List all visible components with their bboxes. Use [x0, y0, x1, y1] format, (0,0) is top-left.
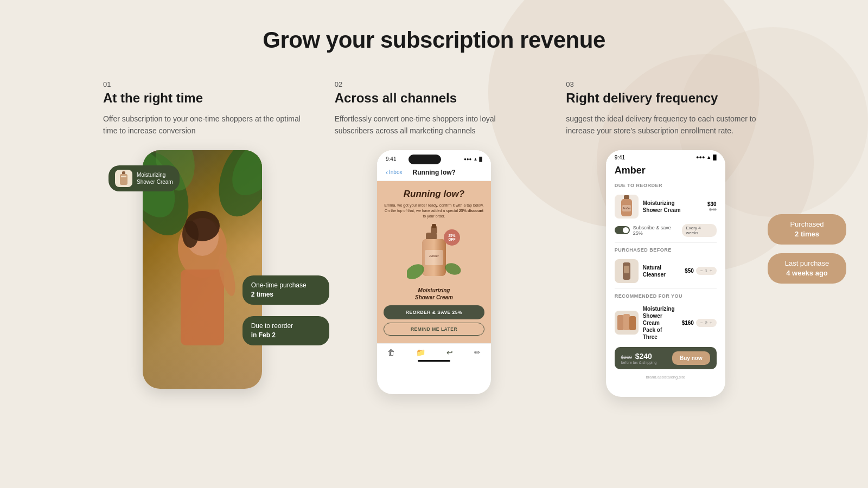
badge-product-line2: Shower Cream	[137, 178, 173, 185]
col3-desc: suggest the ideal delivery frequency to …	[566, 113, 765, 137]
product2-name: Natural Cleanser	[643, 264, 681, 278]
svg-rect-31	[629, 316, 636, 330]
svg-rect-29	[617, 315, 624, 330]
footer-note: before tax & shipping	[621, 361, 657, 364]
svg-rect-17	[425, 250, 443, 265]
svg-point-22	[443, 261, 461, 277]
subscribe-toggle[interactable]	[615, 226, 630, 234]
frequency-badge[interactable]: Every 4 weeks	[682, 224, 717, 237]
product-row-1: Amber MoisturizingShower Cream $30 $46	[606, 191, 725, 222]
phone1-wrapper: Moisturizing Shower Cream One-time purch…	[103, 150, 302, 389]
app-footer: $260 $240 before tax & shipping Buy now	[615, 347, 717, 369]
col2-desc: Effortlessly convert one-time shoppers i…	[335, 113, 534, 137]
col1-desc: Offer subscription to your one-time shop…	[103, 113, 302, 137]
column-2: 02 Across all channels Effortlessly conv…	[335, 80, 534, 394]
app-url: brand.assistalong.site	[606, 373, 725, 382]
product1-img: Amber	[615, 195, 639, 219]
tab-compose[interactable]: ✏	[474, 348, 481, 357]
product1-name: MoisturizingShower Cream	[643, 200, 703, 214]
email-time: 9:41	[386, 156, 396, 162]
email-nav-title: Running low?	[413, 169, 456, 176]
email-heading: Running low?	[384, 189, 484, 200]
svg-rect-23	[624, 195, 629, 200]
product3-img	[615, 311, 639, 335]
tab-trash[interactable]: 🗑	[387, 348, 395, 357]
svg-point-9	[182, 221, 199, 248]
phone3-wrapper: 9:41 ●●● ▲ █ Amber DUE TO REORDER	[566, 150, 765, 397]
phone1-badge-product: Moisturizing Shower Cream	[108, 165, 180, 191]
section-recommended: RECOMMENDED FOR YOU	[606, 291, 725, 302]
product3-name: MoisturizingShower CreamPack of Three	[643, 305, 678, 341]
section-reorder: DUE TO REORDER	[606, 181, 725, 191]
page-title: Grow your subscription revenue	[103, 27, 765, 53]
svg-rect-14	[426, 233, 437, 240]
badge-purchased: Purchased 2 times	[768, 214, 846, 245]
column-1: 01 At the right time Offer subscription …	[103, 80, 302, 389]
product-row-2: Natural Cleanser $50 − 1 +	[606, 256, 725, 286]
col2-heading: Across all channels	[335, 91, 534, 106]
col1-number: 01	[103, 80, 302, 88]
product2-qty[interactable]: − 1 +	[696, 267, 717, 275]
email-remind-button[interactable]: REMIND ME LATER	[384, 323, 484, 336]
product3-qty[interactable]: − 2 +	[696, 319, 717, 327]
section-before: PURCHASED BEFORE	[606, 245, 725, 256]
email-body-text: Emma, we got your order ready, confirm i…	[384, 203, 484, 219]
phone1-badge-reorder: Due to reorder in Feb 2	[242, 316, 329, 345]
product1-price-old: $46	[707, 207, 717, 212]
footer-price: $240	[635, 352, 652, 361]
phone3: 9:41 ●●● ▲ █ Amber DUE TO REORDER	[606, 150, 725, 397]
buy-now-button[interactable]: Buy now	[672, 351, 710, 365]
svg-rect-20	[432, 224, 436, 228]
column-3: 03 Right delivery frequency suggest the …	[566, 80, 765, 397]
subscribe-row: Subscribe & save 25% Every 4 weeks	[606, 222, 725, 240]
product2-price: $50	[685, 268, 694, 274]
svg-text:Amber: Amber	[429, 254, 439, 258]
svg-rect-30	[623, 314, 630, 330]
phone1-badge-purchase: One-time purchase 2 times	[242, 275, 329, 305]
badge-last-purchase: Last purchase 4 weeks ago	[768, 253, 846, 284]
badge-product-line1: Moisturizing	[137, 171, 173, 178]
app-user-name: Amber	[606, 163, 725, 181]
phone2-wrapper: 9:41 ●●● ▲ █ ‹ Inbox	[335, 150, 534, 394]
svg-rect-13	[121, 176, 126, 177]
col3-heading: Right delivery frequency	[566, 91, 765, 106]
svg-rect-6	[181, 269, 224, 345]
footer-price-old: $260	[621, 355, 632, 360]
product1-price: $30	[707, 201, 717, 207]
email-cta-button[interactable]: REORDER & SAVE 25%	[384, 305, 484, 319]
product3-price: $160	[682, 320, 694, 326]
email-product-name: MoisturizingShower Cream	[384, 287, 484, 301]
svg-rect-28	[624, 266, 629, 273]
subscribe-label: Subscribe & save 25%	[633, 225, 679, 236]
tab-folder[interactable]: 📁	[416, 348, 425, 357]
svg-text:Amber: Amber	[622, 207, 630, 210]
app-time: 9:41	[615, 155, 625, 160]
col2-number: 02	[335, 80, 534, 88]
phone2: 9:41 ●●● ▲ █ ‹ Inbox	[377, 150, 491, 394]
col3-number: 03	[566, 80, 765, 88]
product-row-3: MoisturizingShower CreamPack of Three $1…	[606, 302, 725, 344]
email-nav-back[interactable]: ‹ Inbox	[386, 169, 402, 176]
col1-heading: At the right time	[103, 91, 302, 106]
tab-reply[interactable]: ↩	[446, 348, 453, 357]
product2-img	[615, 259, 639, 283]
